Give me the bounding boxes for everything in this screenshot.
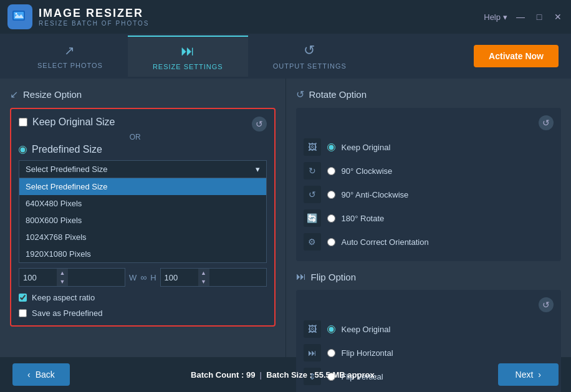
rotate-auto-radio[interactable] <box>327 238 335 246</box>
app-title-block: IMAGE RESIZER RESIZE BATCH OF PHOTOS <box>39 7 150 27</box>
resize-option-label: Resize Option <box>23 89 82 100</box>
predefined-size-dropdown[interactable]: Select Predefined Size ▾ <box>19 160 267 178</box>
back-button[interactable]: ‹ Back <box>12 363 70 386</box>
flip-horizontal-icon: ⏭ <box>304 344 321 361</box>
rotate-keep-original-row: 🖼 Keep Original <box>304 135 554 159</box>
batch-count-label: Batch Count : <box>191 370 244 380</box>
rotate-90ccw-radio[interactable] <box>327 191 335 199</box>
width-input-wrap: ▲ ▼ <box>19 268 125 287</box>
app-subtitle: RESIZE BATCH OF PHOTOS <box>39 20 150 27</box>
next-button[interactable]: Next › <box>498 363 559 386</box>
minimize-button[interactable]: — <box>515 11 526 22</box>
height-spinners: ▲ ▼ <box>198 269 209 286</box>
dropdown-arrow-icon: ▾ <box>256 165 260 174</box>
flip-reset-button[interactable]: ↺ <box>539 297 554 312</box>
select-photos-icon: ↗ <box>64 43 75 58</box>
window-controls: Help ▾ — □ ✕ <box>484 11 564 22</box>
flip-horizontal-row: ⏭ Flip Horizontal <box>304 341 554 365</box>
rotate-90cw-icon: ↻ <box>304 162 321 179</box>
rotate-auto-row: ⚙ Auto Correct Orientation <box>304 230 554 254</box>
maximize-button[interactable]: □ <box>534 11 545 22</box>
rotate-auto-label: Auto Correct Orientation <box>342 237 429 247</box>
next-chevron-icon: › <box>538 370 541 380</box>
rotate-90cw-label: 90° Clockwise <box>342 166 393 176</box>
rotate-keep-original-icon: 🖼 <box>304 138 321 156</box>
dropdown-item-4[interactable]: 1920X1080 Pixels <box>19 246 266 262</box>
footer-info: Batch Count : 99 | Batch Size : 55.5 MB … <box>191 370 377 380</box>
keep-aspect-ratio-label: Keep aspect ratio <box>32 293 95 302</box>
rotate-reset-button[interactable]: ↺ <box>539 115 554 130</box>
resize-reset-button[interactable]: ↺ <box>252 117 267 131</box>
batch-size-value: 55.5 MB approx. <box>315 370 377 380</box>
height-input-wrap: ▲ ▼ <box>160 268 267 287</box>
rotate-option-label: Rotate Option <box>309 89 367 100</box>
link-icon: ∞ <box>140 272 146 282</box>
flip-option-label: Flip Option <box>311 272 357 282</box>
resize-option-icon: ↙ <box>10 88 18 100</box>
resize-option-box: Keep Original Size OR Predefined Size ↺ … <box>10 108 276 327</box>
next-label: Next <box>516 370 534 380</box>
keep-original-size-label: Keep Original Size <box>32 117 115 128</box>
close-button[interactable]: ✕ <box>552 11 564 22</box>
flip-option-icon: ⏭ <box>296 271 306 282</box>
rotate-90ccw-label: 90° Anti-Clockwise <box>342 190 409 199</box>
keep-aspect-ratio-checkbox[interactable] <box>19 294 27 302</box>
predefined-size-dropdown-wrapper: Select Predefined Size ▾ Select Predefin… <box>19 160 267 263</box>
rotate-180-row: 🔄 180° Rotate <box>304 206 554 230</box>
tab-resize-settings[interactable]: ⏭ RESIZE SETTINGS <box>128 36 248 77</box>
or-divider: OR <box>19 133 252 141</box>
rotate-90ccw-row: ↺ 90° Anti-Clockwise <box>304 183 554 206</box>
height-decrement-button[interactable]: ▼ <box>198 277 209 286</box>
rotate-keep-original-radio[interactable] <box>327 143 335 151</box>
rotate-180-radio[interactable] <box>327 214 335 222</box>
width-input[interactable] <box>19 270 57 285</box>
keep-original-size-row: Keep Original Size <box>19 117 252 128</box>
rotate-180-icon: 🔄 <box>304 209 321 227</box>
rotate-90ccw-icon: ↺ <box>304 186 321 203</box>
tab-output-settings-label: OUTPUT SETTINGS <box>273 62 347 70</box>
height-label: H <box>150 273 156 282</box>
batch-size-label: Batch Size : <box>266 370 312 380</box>
back-label: Back <box>36 370 55 380</box>
rotate-auto-icon: ⚙ <box>304 233 321 251</box>
flip-keep-original-radio[interactable] <box>327 325 335 333</box>
width-label: W <box>129 273 137 282</box>
dropdown-item-0[interactable]: Select Predefined Size <box>19 178 266 195</box>
svg-point-3 <box>16 13 17 15</box>
resize-settings-icon: ⏭ <box>181 43 195 59</box>
save-predefined-row: Save as Predefined <box>19 308 267 318</box>
flip-keep-original-label: Keep Original <box>342 325 391 334</box>
width-increment-button[interactable]: ▲ <box>57 269 68 277</box>
right-panel: ↺ Rotate Option ↺ 🖼 Keep Original ↻ 90° … <box>286 79 572 357</box>
activate-now-button[interactable]: Activate Now <box>474 45 559 67</box>
dropdown-item-2[interactable]: 800X600 Pixels <box>19 212 266 229</box>
nav-bar: ↗ SELECT PHOTOS ⏭ RESIZE SETTINGS ↺ OUTP… <box>0 34 571 79</box>
keep-original-size-checkbox[interactable] <box>19 118 27 127</box>
height-increment-button[interactable]: ▲ <box>198 269 209 277</box>
output-settings-icon: ↺ <box>304 42 315 59</box>
tab-select-photos[interactable]: ↗ SELECT PHOTOS <box>12 37 128 75</box>
main-content: ↙ Resize Option Keep Original Size OR Pr… <box>0 79 571 357</box>
height-input[interactable] <box>161 270 198 285</box>
width-spinners: ▲ ▼ <box>57 269 68 286</box>
flip-horizontal-label: Flip Horizontal <box>342 348 393 358</box>
flip-keep-original-icon: 🖼 <box>304 320 321 338</box>
width-decrement-button[interactable]: ▼ <box>57 277 68 286</box>
help-button[interactable]: Help ▾ <box>484 12 507 22</box>
tab-output-settings[interactable]: ↺ OUTPUT SETTINGS <box>248 36 372 76</box>
save-predefined-checkbox[interactable] <box>19 309 27 317</box>
flip-keep-original-row: 🖼 Keep Original <box>304 317 554 341</box>
dropdown-item-1[interactable]: 640X480 Pixels <box>19 195 266 212</box>
title-bar: IMAGE RESIZER RESIZE BATCH OF PHOTOS Hel… <box>0 0 571 34</box>
dropdown-item-3[interactable]: 1024X768 Pixels <box>19 229 266 246</box>
predefined-size-radio[interactable] <box>19 146 27 154</box>
rotate-180-label: 180° Rotate <box>342 214 385 223</box>
app-icon <box>7 4 32 29</box>
predefined-size-label: Predefined Size <box>32 144 102 155</box>
rotate-90cw-radio[interactable] <box>327 167 335 175</box>
back-chevron-icon: ‹ <box>27 370 31 380</box>
save-predefined-label: Save as Predefined <box>32 308 102 318</box>
flip-horizontal-radio[interactable] <box>327 349 335 357</box>
flip-option-title: ⏭ Flip Option <box>296 271 562 282</box>
predefined-size-dropdown-list: Select Predefined Size 640X480 Pixels 80… <box>19 178 267 263</box>
